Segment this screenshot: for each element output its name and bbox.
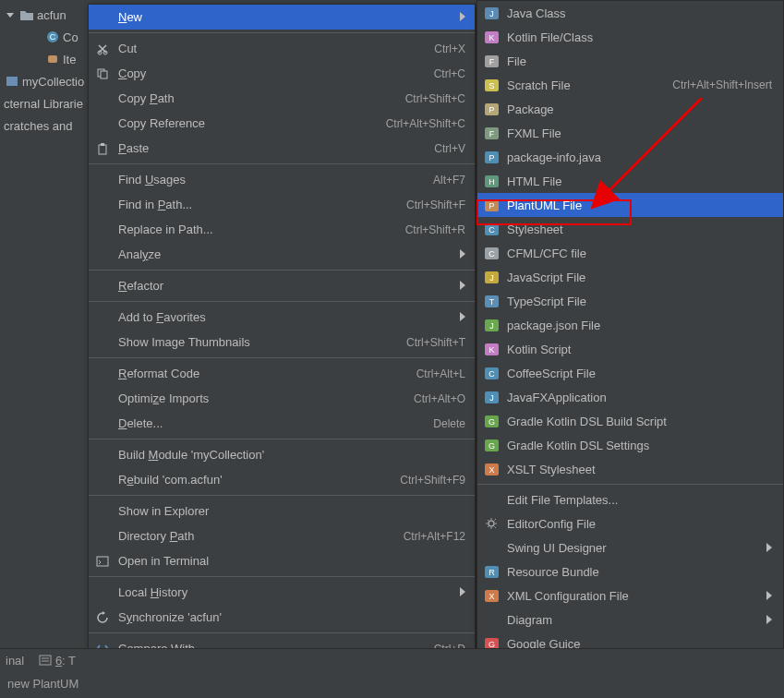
svg-text:C: C (50, 32, 56, 42)
menu-item-refactor[interactable]: Refactor (89, 273, 475, 298)
menu-item-find-usages[interactable]: Find UsagesAlt+F7 (89, 167, 475, 192)
menu-item-copy-path[interactable]: Copy PathCtrl+Shift+C (89, 86, 475, 111)
project-tree[interactable]: acfun C Co Ite myCollectio cternal Libra… (0, 0, 88, 646)
menu-item-build-module-mycollection[interactable]: Build Module 'myCollection' (89, 442, 475, 467)
menu-item-replace-in-path[interactable]: Replace in Path...Ctrl+Shift+R (89, 217, 475, 242)
sync-icon (94, 609, 111, 626)
svg-rect-63 (40, 656, 51, 665)
menu-item-label: Copy Reference (118, 116, 379, 130)
menu-item-show-image-thumbnails[interactable]: Show Image ThumbnailsCtrl+Shift+T (89, 330, 475, 355)
menu-item-label: Resource Bundle (507, 565, 772, 579)
menu-item-open-in-terminal[interactable]: Open in Terminal (89, 548, 475, 573)
menu-item-delete[interactable]: Delete...Delete (89, 411, 475, 436)
menu-item-label: EditorConfig File (507, 517, 772, 531)
menu-item-add-to-favorites[interactable]: Add to Favorites (89, 305, 475, 330)
menu-item-rebuild-com-acfun[interactable]: Rebuild 'com.acfun'Ctrl+Shift+F9 (89, 467, 475, 492)
json-icon: J (483, 317, 500, 333)
svg-text:X: X (488, 465, 494, 475)
tree-label: cternal Librarie (4, 97, 83, 111)
menu-item-cut[interactable]: CutCtrl+X (89, 36, 475, 61)
menu-item-xml-configuration-file[interactable]: XXML Configuration File (477, 584, 783, 608)
menu-item-diagram[interactable]: Diagram (477, 608, 783, 632)
tree-node[interactable]: myCollectio (4, 70, 88, 92)
tree-node[interactable]: cternal Librarie (4, 92, 88, 114)
jfx-icon: J (483, 389, 500, 405)
menu-item-javafxapplication[interactable]: JJavaFXApplication (477, 385, 783, 409)
toolwindow-tab[interactable]: 6: T (39, 654, 76, 668)
menu-item-shortcut: Ctrl+Alt+L (416, 367, 465, 380)
menu-item-shortcut: Alt+F7 (433, 174, 465, 187)
menu-item-find-in-path[interactable]: Find in Path...Ctrl+Shift+F (89, 192, 475, 217)
blank-icon (94, 247, 111, 263)
menu-item-plantuml-file[interactable]: PPlantUML File (477, 193, 783, 217)
tree-node[interactable]: C Co (46, 26, 88, 48)
menu-item-reformat-code[interactable]: Reformat CodeCtrl+Alt+L (89, 361, 475, 386)
menu-item-file[interactable]: FFile (477, 49, 783, 73)
menu-item-scratch-file[interactable]: SScratch FileCtrl+Alt+Shift+Insert (477, 73, 783, 97)
tree-collapse-icon (4, 8, 17, 21)
menu-item-package-json-file[interactable]: Jpackage.json File (477, 313, 783, 337)
menu-item-copy[interactable]: CopyCtrl+C (89, 61, 475, 86)
menu-item-editorconfig-file[interactable]: EditorConfig File (477, 511, 783, 536)
menu-item-label: CoffeeScript File (507, 367, 772, 380)
menu-item-new[interactable]: New (89, 5, 475, 30)
menu-item-cfml-cfc-file[interactable]: CCFML/CFC file (477, 241, 783, 265)
menu-item-label: Delete... (118, 416, 426, 430)
menu-item-typescript-file[interactable]: TTypeScript File (477, 289, 783, 313)
submenu-arrow-icon (763, 613, 772, 627)
blank-icon (94, 115, 111, 132)
menu-item-gradle-kotlin-dsl-build-script[interactable]: GGradle Kotlin DSL Build Script (477, 409, 783, 433)
blank-icon (94, 309, 111, 326)
new-submenu[interactable]: JJava ClassKKotlin File/ClassFFileSScrat… (476, 0, 784, 692)
bottom-toolbar: inal 6: T new PlantUM (0, 648, 784, 698)
menu-item-label: FXML File (507, 126, 772, 140)
menu-item-directory-path[interactable]: Directory PathCtrl+Alt+F12 (89, 524, 475, 548)
menu-item-shortcut: Ctrl+Shift+T (406, 336, 465, 349)
cs-icon: C (483, 365, 500, 381)
js-icon: J (483, 269, 500, 285)
menu-item-label: Swing UI Designer (507, 541, 755, 555)
menu-item-optimize-imports[interactable]: Optimize ImportsCtrl+Alt+O (89, 386, 475, 411)
tree-node-root[interactable]: acfun (4, 4, 88, 26)
menu-item-kotlin-file-class[interactable]: KKotlin File/Class (477, 25, 783, 49)
scr-icon: S (483, 77, 500, 93)
menu-item-local-history[interactable]: Local History (89, 580, 475, 605)
blank-icon (483, 539, 500, 556)
menu-item-paste[interactable]: PasteCtrl+V (89, 136, 475, 161)
menu-item-fxml-file[interactable]: FFXML File (477, 121, 783, 145)
menu-separator (89, 163, 475, 164)
menu-item-html-file[interactable]: HHTML File (477, 169, 783, 193)
menu-item-swing-ui-designer[interactable]: Swing UI Designer (477, 536, 783, 560)
menu-item-label: Edit File Templates... (507, 493, 772, 507)
toolwindow-tab[interactable]: inal (6, 654, 24, 668)
menu-item-copy-reference[interactable]: Copy ReferenceCtrl+Alt+Shift+C (89, 111, 475, 136)
menu-item-label: Copy (118, 66, 427, 80)
menu-item-xslt-stylesheet[interactable]: XXSLT Stylesheet (477, 457, 783, 481)
tree-node[interactable]: cratches and (4, 114, 88, 137)
menu-item-coffeescript-file[interactable]: CCoffeeScript File (477, 361, 783, 385)
menu-item-label: Analyze (118, 247, 449, 261)
menu-item-java-class[interactable]: JJava Class (477, 1, 783, 25)
menu-item-shortcut: Ctrl+X (434, 42, 465, 55)
menu-item-analyze[interactable]: Analyze (89, 242, 475, 267)
menu-item-show-in-explorer[interactable]: Show in Explorer (89, 499, 475, 524)
context-menu[interactable]: NewCutCtrl+XCopyCtrl+CCopy PathCtrl+Shif… (88, 4, 476, 698)
menu-item-stylesheet[interactable]: CStylesheet (477, 217, 783, 241)
menu-item-package[interactable]: PPackage (477, 97, 783, 121)
menu-item-package-info-java[interactable]: Ppackage-info.java (477, 145, 783, 169)
html-icon: H (483, 173, 500, 189)
menu-item-resource-bundle[interactable]: RResource Bundle (477, 560, 783, 584)
menu-item-javascript-file[interactable]: JJavaScript File (477, 265, 783, 289)
cfml-icon: C (483, 245, 500, 261)
blank-icon (94, 334, 111, 351)
menu-item-edit-file-templates[interactable]: Edit File Templates... (477, 487, 783, 511)
submenu-arrow-icon (456, 585, 465, 599)
tree-node[interactable]: Ite (46, 48, 88, 70)
menu-item-synchronize-acfun[interactable]: Synchronize 'acfun' (89, 605, 475, 630)
blank-icon (94, 222, 111, 238)
plant-icon: P (483, 197, 500, 213)
menu-item-kotlin-script[interactable]: KKotlin Script (477, 337, 783, 361)
menu-item-gradle-kotlin-dsl-settings[interactable]: GGradle Kotlin DSL Settings (477, 433, 783, 457)
menu-item-label: Package (507, 102, 772, 116)
rb-icon: R (483, 563, 500, 580)
